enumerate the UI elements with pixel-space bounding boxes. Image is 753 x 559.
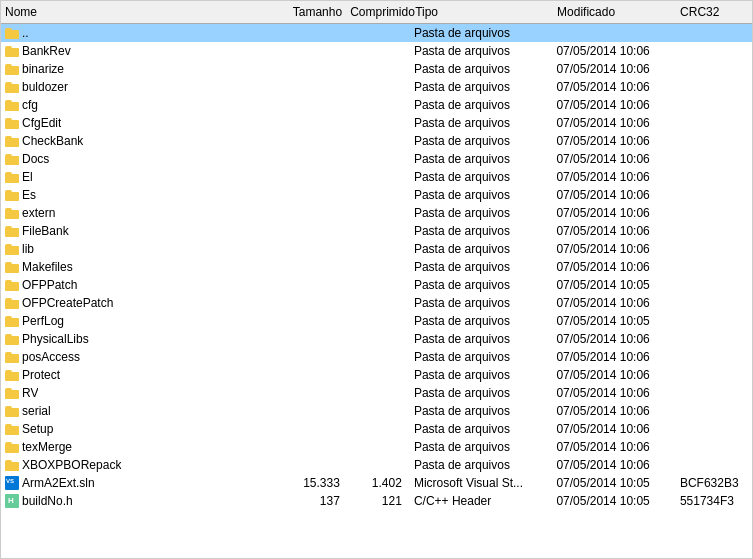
table-row[interactable]: ElPasta de arquivos07/05/2014 10:06 — [1, 168, 752, 186]
col-header-size[interactable]: Tamanho — [284, 4, 346, 20]
table-row[interactable]: OFPPatchPasta de arquivos07/05/2014 10:0… — [1, 276, 752, 294]
table-row[interactable]: ..Pasta de arquivos — [1, 24, 752, 42]
file-name: RV — [22, 386, 38, 400]
file-name: texMerge — [22, 440, 72, 454]
folder-icon — [5, 100, 19, 111]
table-row[interactable]: OFPCreatePatchPasta de arquivos07/05/201… — [1, 294, 752, 312]
file-modified: 07/05/2014 10:06 — [552, 206, 676, 220]
col-header-name[interactable]: Nome — [1, 4, 284, 20]
file-name: Es — [22, 188, 36, 202]
folder-icon — [5, 388, 19, 399]
folder-icon — [5, 208, 19, 219]
col-header-crc[interactable]: CRC32 — [676, 4, 752, 20]
table-row[interactable]: RVPasta de arquivos07/05/2014 10:06 — [1, 384, 752, 402]
file-type: Pasta de arquivos — [410, 188, 552, 202]
folder-icon — [5, 172, 19, 183]
file-manager: Nome Tamanho Comprimido Tipo Modificado … — [0, 0, 753, 559]
file-name: posAccess — [22, 350, 80, 364]
folder-icon — [5, 406, 19, 417]
table-row[interactable]: buildNo.h137121C/C++ Header07/05/2014 10… — [1, 492, 752, 510]
file-name: BankRev — [22, 44, 71, 58]
folder-icon — [5, 226, 19, 237]
file-type: Pasta de arquivos — [410, 116, 552, 130]
file-modified: 07/05/2014 10:06 — [552, 404, 676, 418]
file-type: Pasta de arquivos — [410, 314, 552, 328]
file-name: buildNo.h — [22, 494, 73, 508]
file-modified: 07/05/2014 10:06 — [552, 350, 676, 364]
folder-icon — [5, 244, 19, 255]
file-compressed: 1.402 — [348, 476, 410, 490]
table-row[interactable]: libPasta de arquivos07/05/2014 10:06 — [1, 240, 752, 258]
file-modified: 07/05/2014 10:06 — [552, 98, 676, 112]
table-row[interactable]: PhysicalLibsPasta de arquivos07/05/2014 … — [1, 330, 752, 348]
file-name: buldozer — [22, 80, 68, 94]
file-name: Setup — [22, 422, 53, 436]
table-row[interactable]: BankRevPasta de arquivos07/05/2014 10:06 — [1, 42, 752, 60]
folder-icon — [5, 460, 19, 471]
file-name: serial — [22, 404, 51, 418]
table-row[interactable]: posAccessPasta de arquivos07/05/2014 10:… — [1, 348, 752, 366]
col-header-type[interactable]: Tipo — [411, 4, 553, 20]
file-modified: 07/05/2014 10:06 — [552, 332, 676, 346]
table-row[interactable]: cfgPasta de arquivos07/05/2014 10:06 — [1, 96, 752, 114]
file-size: 137 — [286, 494, 348, 508]
file-type: Pasta de arquivos — [410, 80, 552, 94]
folder-icon — [5, 334, 19, 345]
file-modified: 07/05/2014 10:06 — [552, 134, 676, 148]
file-modified: 07/05/2014 10:06 — [552, 368, 676, 382]
file-type: Pasta de arquivos — [410, 206, 552, 220]
sln-icon — [5, 476, 19, 490]
file-name: OFPPatch — [22, 278, 77, 292]
table-row[interactable]: SetupPasta de arquivos07/05/2014 10:06 — [1, 420, 752, 438]
table-row[interactable]: CheckBankPasta de arquivos07/05/2014 10:… — [1, 132, 752, 150]
folder-icon — [5, 190, 19, 201]
folder-icon — [5, 280, 19, 291]
table-row[interactable]: FileBankPasta de arquivos07/05/2014 10:0… — [1, 222, 752, 240]
table-row[interactable]: EsPasta de arquivos07/05/2014 10:06 — [1, 186, 752, 204]
table-row[interactable]: MakefilesPasta de arquivos07/05/2014 10:… — [1, 258, 752, 276]
table-row[interactable]: binarizePasta de arquivos07/05/2014 10:0… — [1, 60, 752, 78]
file-type: Pasta de arquivos — [410, 332, 552, 346]
file-type: Pasta de arquivos — [410, 134, 552, 148]
file-compressed: 121 — [348, 494, 410, 508]
folder-icon — [5, 316, 19, 327]
table-row[interactable]: DocsPasta de arquivos07/05/2014 10:06 — [1, 150, 752, 168]
folder-icon — [5, 352, 19, 363]
file-modified: 07/05/2014 10:06 — [552, 224, 676, 238]
file-type: Pasta de arquivos — [410, 278, 552, 292]
file-name: XBOXPBORepack — [22, 458, 121, 472]
file-name: Protect — [22, 368, 60, 382]
file-modified: 07/05/2014 10:06 — [552, 80, 676, 94]
file-type: Pasta de arquivos — [410, 350, 552, 364]
file-modified: 07/05/2014 10:06 — [552, 260, 676, 274]
file-modified: 07/05/2014 10:06 — [552, 422, 676, 436]
col-header-compressed[interactable]: Comprimido — [346, 4, 411, 20]
table-row[interactable]: CfgEditPasta de arquivos07/05/2014 10:06 — [1, 114, 752, 132]
file-type: Pasta de arquivos — [410, 170, 552, 184]
file-modified: 07/05/2014 10:06 — [552, 188, 676, 202]
file-modified: 07/05/2014 10:06 — [552, 44, 676, 58]
folder-icon — [5, 82, 19, 93]
table-row[interactable]: serialPasta de arquivos07/05/2014 10:06 — [1, 402, 752, 420]
folder-icon — [5, 262, 19, 273]
file-type: Pasta de arquivos — [410, 404, 552, 418]
file-modified: 07/05/2014 10:06 — [552, 152, 676, 166]
table-row[interactable]: ProtectPasta de arquivos07/05/2014 10:06 — [1, 366, 752, 384]
folder-icon — [5, 136, 19, 147]
file-modified: 07/05/2014 10:05 — [552, 476, 676, 490]
table-row[interactable]: externPasta de arquivos07/05/2014 10:06 — [1, 204, 752, 222]
file-modified: 07/05/2014 10:06 — [552, 170, 676, 184]
file-name: .. — [22, 26, 29, 40]
table-row[interactable]: XBOXPBORepackPasta de arquivos07/05/2014… — [1, 456, 752, 474]
table-row[interactable]: PerfLogPasta de arquivos07/05/2014 10:05 — [1, 312, 752, 330]
header-file-icon — [5, 494, 19, 508]
col-header-modified[interactable]: Modificado — [553, 4, 676, 20]
table-row[interactable]: ArmA2Ext.sln15.3331.402Microsoft Visual … — [1, 474, 752, 492]
table-row[interactable]: buldozerPasta de arquivos07/05/2014 10:0… — [1, 78, 752, 96]
file-name: PerfLog — [22, 314, 64, 328]
file-crc: BCF632B3 — [676, 476, 752, 490]
table-row[interactable]: texMergePasta de arquivos07/05/2014 10:0… — [1, 438, 752, 456]
file-type: Pasta de arquivos — [410, 152, 552, 166]
file-type: Pasta de arquivos — [410, 422, 552, 436]
file-modified: 07/05/2014 10:06 — [552, 440, 676, 454]
